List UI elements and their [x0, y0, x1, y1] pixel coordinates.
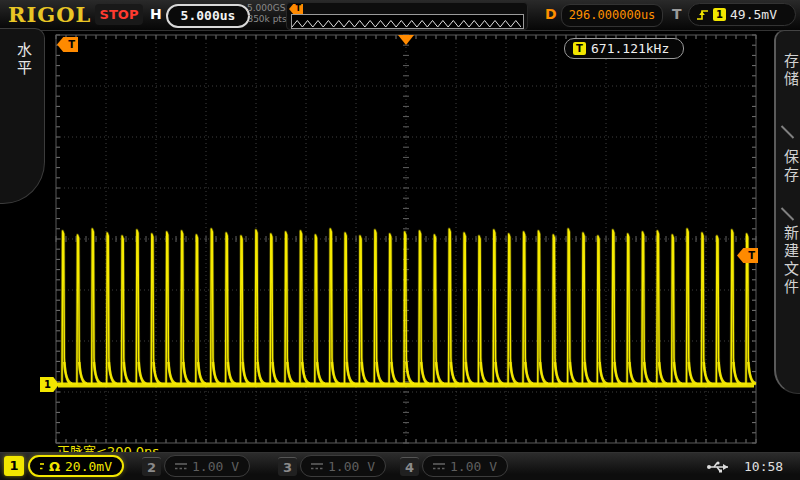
overview-wave — [292, 17, 521, 30]
ch2-scale: 1.00 V — [192, 459, 239, 474]
acquisition-info: 5.000GSa/s 350k pts — [247, 3, 287, 25]
trigger-level-readout: 49.5mV — [730, 7, 777, 22]
dc-coupling-icon — [433, 462, 445, 471]
menu-separator — [781, 207, 794, 220]
ch1-scale-box[interactable]: Ω 20.0mV — [28, 455, 124, 477]
overview-window — [291, 14, 524, 29]
dc-coupling-icon — [311, 462, 323, 471]
ch4-scale: 1.00 V — [450, 459, 497, 474]
trigger-label: T — [672, 6, 682, 22]
waveform-overview[interactable]: T — [286, 2, 528, 30]
ch1-scale: 20.0mV — [65, 459, 112, 474]
ch3-scale: 1.00 V — [328, 459, 375, 474]
storage-menu-panel: 存储 保存 新建文件 — [774, 30, 800, 394]
ch3-scale-box[interactable]: 1.00 V — [300, 455, 386, 477]
trigger-source-badge: 1 — [713, 8, 726, 21]
channel-status-bar: 1 Ω 20.0mV 2 1.00 V 3 1.00 V 4 — [0, 452, 800, 480]
ch2-badge[interactable]: 2 — [142, 457, 161, 476]
dc-coupling-icon — [40, 462, 44, 471]
menu-item-new-file[interactable]: 新建文件 — [780, 225, 800, 297]
sample-rate: 5.000GSa/s — [247, 3, 287, 14]
ch4-scale-box[interactable]: 1.00 V — [422, 455, 508, 477]
ch2-scale-box[interactable]: 1.00 V — [164, 455, 250, 477]
delay-readout[interactable]: 296.000000us — [561, 4, 663, 27]
menu-separator — [781, 125, 794, 138]
menu-item-save[interactable]: 保存 — [780, 149, 800, 185]
trigger-readout[interactable]: 1 49.5mV — [688, 3, 796, 26]
ch1-waveform — [58, 229, 756, 385]
dc-coupling-icon — [175, 462, 187, 471]
delay-label: D — [545, 6, 557, 22]
ch4-badge[interactable]: 4 — [400, 457, 419, 476]
frequency-counter: T 671.121kHz — [564, 38, 684, 59]
graticule-and-waveform — [0, 0, 800, 480]
ch3-badge[interactable]: 3 — [278, 457, 297, 476]
rising-edge-icon — [696, 8, 709, 22]
run-stop-status[interactable]: STOP — [95, 4, 143, 25]
horizontal-menu-tab[interactable]: 水平 — [0, 28, 45, 204]
usb-icon — [706, 460, 732, 474]
overview-trigger-marker: T — [289, 4, 303, 14]
oscilloscope-screen: RIGOL STOP H 5.000us 5.000GSa/s 350k pts… — [0, 0, 800, 480]
menu-item-storage[interactable]: 存储 — [780, 53, 800, 89]
ch1-impedance: Ω — [49, 459, 60, 474]
freq-counter-value: 671.121kHz — [591, 41, 669, 56]
top-status-bar: RIGOL STOP H 5.000us 5.000GSa/s 350k pts… — [0, 0, 800, 31]
ch1-badge[interactable]: 1 — [4, 456, 24, 476]
clock: 10:58 — [744, 459, 783, 474]
horizontal-label: H — [150, 6, 162, 22]
freq-counter-badge: T — [573, 42, 586, 55]
rigol-logo: RIGOL — [8, 2, 91, 27]
memory-depth: 350k pts — [247, 14, 287, 25]
horizontal-menu-label: 水平 — [13, 42, 34, 78]
timebase-readout[interactable]: 5.000us — [166, 4, 250, 28]
